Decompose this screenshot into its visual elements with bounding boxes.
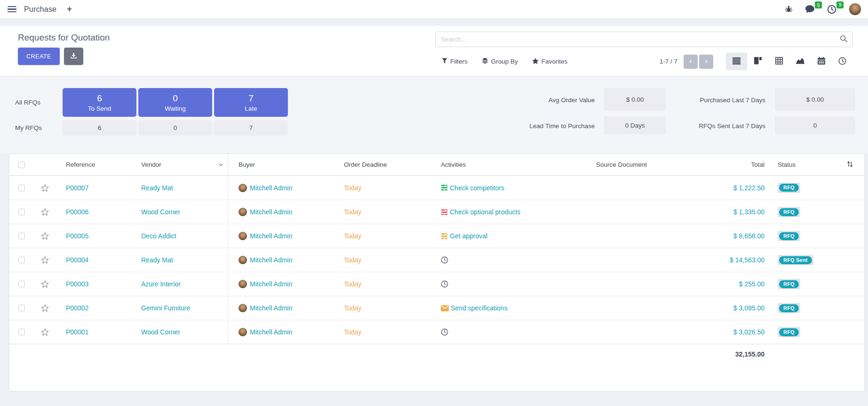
messages-icon[interactable]: 5	[805, 5, 815, 14]
my-rfqs-to-send-button[interactable]: 6	[63, 120, 136, 136]
header-vendor[interactable]: Vendor	[131, 154, 228, 175]
group-by-button[interactable]: Group By	[482, 57, 518, 65]
reference-link[interactable]: P00003	[66, 280, 88, 288]
create-button[interactable]: CREATE	[18, 48, 60, 65]
favorite-star-icon[interactable]	[34, 200, 56, 224]
buyer-link[interactable]: Mitchell Admin	[250, 280, 292, 288]
row-checkbox[interactable]	[18, 209, 25, 215]
view-pivot-button[interactable]	[768, 53, 789, 70]
row-checkbox[interactable]	[18, 233, 25, 239]
favorite-star-icon[interactable]	[34, 320, 56, 344]
favorite-star-icon[interactable]	[34, 224, 56, 248]
vendor-link[interactable]: Ready Mat	[141, 256, 173, 264]
view-kanban-button[interactable]	[747, 53, 768, 70]
view-graph-button[interactable]	[789, 53, 811, 70]
reference-link[interactable]: P00001	[66, 328, 88, 336]
row-checkbox[interactable]	[18, 305, 25, 311]
export-button[interactable]	[64, 48, 83, 65]
reference-link[interactable]: P00002	[66, 304, 88, 312]
clock-activity-icon[interactable]	[441, 256, 448, 264]
activity-cell[interactable]: Get approval	[430, 224, 586, 248]
activities-clock-icon[interactable]: 9	[827, 5, 836, 14]
kpi-waiting-button[interactable]: 0 Waiting	[138, 88, 212, 117]
activity-label[interactable]: Check optional products	[450, 208, 520, 216]
activity-cell[interactable]: Check optional products	[430, 200, 586, 224]
order-deadline-text: Today	[344, 256, 361, 264]
kpi-late-button[interactable]: 7 Late	[214, 88, 288, 117]
row-checkbox[interactable]	[18, 257, 25, 263]
reference-link[interactable]: P00006	[66, 208, 88, 216]
tasks-activity-icon[interactable]	[441, 184, 448, 191]
status-badge-label: RFQ	[779, 328, 799, 336]
favorites-button[interactable]: Favorites	[532, 57, 568, 65]
vendor-link[interactable]: Wood Corner	[141, 208, 180, 216]
table-row[interactable]: P00004 Ready Mat Mitchell Admin Today $ …	[9, 248, 864, 272]
header-buyer[interactable]: Buyer	[228, 154, 334, 175]
table-row[interactable]: P00005 Deco Addict Mitchell Admin Today …	[9, 224, 864, 248]
activity-cell[interactable]	[430, 320, 586, 344]
header-status[interactable]: Status	[774, 154, 835, 175]
envelope-activity-icon[interactable]	[441, 305, 449, 311]
pager-next-button[interactable]: ›	[699, 55, 713, 69]
vendor-link[interactable]: Wood Corner	[141, 328, 180, 336]
header-source-document[interactable]: Source Document	[586, 154, 722, 175]
row-checkbox[interactable]	[18, 185, 25, 191]
row-checkbox[interactable]	[18, 281, 25, 287]
optional-columns-button[interactable]	[835, 154, 864, 175]
buyer-link[interactable]: Mitchell Admin	[250, 328, 292, 336]
activity-label[interactable]: Get approval	[450, 232, 487, 240]
table-row[interactable]: P00002 Gemini Furniture Mitchell Admin T…	[9, 296, 864, 320]
header-reference[interactable]: Reference	[56, 154, 131, 175]
header-activities[interactable]: Activities	[430, 154, 586, 175]
reference-link[interactable]: P00004	[66, 256, 88, 264]
buyer-link[interactable]: Mitchell Admin	[250, 304, 292, 312]
plus-icon[interactable]: +	[67, 4, 72, 14]
header-order-deadline[interactable]: Order Deadline	[334, 154, 430, 175]
row-checkbox[interactable]	[18, 329, 25, 335]
bug-icon[interactable]	[785, 5, 793, 13]
activity-cell[interactable]	[430, 272, 586, 296]
my-rfqs-late-button[interactable]: 7	[214, 120, 288, 136]
table-row[interactable]: P00007 Ready Mat Mitchell Admin Today Ch…	[9, 176, 864, 200]
reference-link[interactable]: P00005	[66, 232, 88, 240]
vendor-link[interactable]: Ready Mat	[141, 184, 173, 192]
activity-cell[interactable]: Send specifications	[430, 296, 586, 320]
table-row[interactable]: P00006 Wood Corner Mitchell Admin Today …	[9, 200, 864, 224]
favorite-star-icon[interactable]	[34, 176, 56, 200]
favorite-star-icon[interactable]	[34, 248, 56, 272]
view-calendar-button[interactable]	[811, 53, 832, 70]
buyer-link[interactable]: Mitchell Admin	[250, 232, 292, 240]
select-all-checkbox[interactable]	[18, 162, 25, 168]
vendor-link[interactable]: Deco Addict	[141, 232, 176, 240]
header-total[interactable]: Total	[722, 154, 774, 175]
app-name[interactable]: Purchase	[24, 5, 56, 14]
search-icon[interactable]	[840, 35, 847, 44]
favorite-star-icon[interactable]	[34, 296, 56, 320]
user-avatar[interactable]	[849, 3, 861, 16]
search-input[interactable]	[441, 36, 840, 43]
buyer-link[interactable]: Mitchell Admin	[250, 256, 292, 264]
kpi-to-send-button[interactable]: 6 To Send	[63, 88, 136, 117]
activity-cell[interactable]	[430, 248, 586, 272]
tasks-activity-icon[interactable]	[441, 233, 448, 240]
table-row[interactable]: P00003 Azure Interior Mitchell Admin Tod…	[9, 272, 864, 296]
activity-label[interactable]: Send specifications	[451, 304, 508, 312]
clock-activity-icon[interactable]	[441, 328, 448, 336]
reference-link[interactable]: P00007	[66, 184, 88, 192]
clock-activity-icon[interactable]	[441, 280, 448, 288]
view-activity-button[interactable]	[832, 53, 853, 70]
vendor-link[interactable]: Gemini Furniture	[141, 304, 190, 312]
favorite-star-icon[interactable]	[34, 272, 56, 296]
apps-menu-icon[interactable]	[7, 4, 17, 15]
activity-cell[interactable]: Check competitors	[430, 176, 586, 200]
filters-button[interactable]: Filters	[442, 57, 468, 65]
buyer-link[interactable]: Mitchell Admin	[250, 208, 292, 216]
view-list-button[interactable]	[726, 53, 747, 70]
tasks-activity-icon[interactable]	[441, 209, 448, 216]
my-rfqs-waiting-button[interactable]: 0	[138, 120, 212, 136]
activity-label[interactable]: Check competitors	[450, 184, 504, 192]
vendor-link[interactable]: Azure Interior	[141, 280, 181, 288]
pager-previous-button[interactable]: ‹	[684, 55, 698, 69]
table-row[interactable]: P00001 Wood Corner Mitchell Admin Today …	[9, 320, 864, 344]
buyer-link[interactable]: Mitchell Admin	[250, 184, 292, 192]
